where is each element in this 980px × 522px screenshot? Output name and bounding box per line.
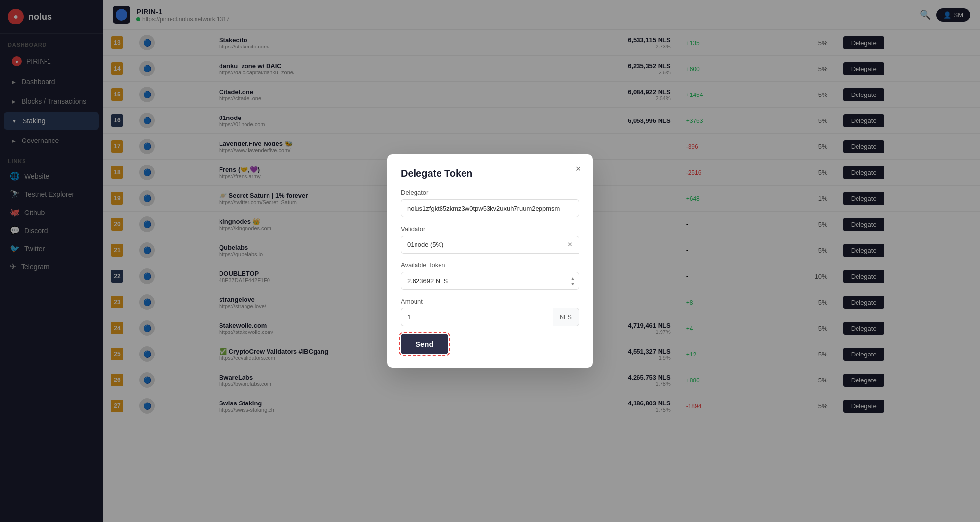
- modal-overlay[interactable]: Delegate Token × Delegator Validator ✕ A…: [0, 0, 980, 522]
- delegate-modal: Delegate Token × Delegator Validator ✕ A…: [387, 154, 593, 368]
- validator-group: Validator ✕: [401, 225, 579, 254]
- validator-field: ✕: [401, 236, 579, 254]
- send-button[interactable]: Send: [401, 334, 448, 354]
- amount-group: Amount NLS: [401, 298, 579, 326]
- validator-label: Validator: [401, 225, 579, 233]
- validator-clear-button[interactable]: ✕: [562, 236, 579, 254]
- amount-label: Amount: [401, 298, 579, 305]
- amount-input[interactable]: [401, 308, 553, 326]
- delegator-input[interactable]: [401, 199, 579, 217]
- delegator-group: Delegator: [401, 189, 579, 217]
- token-arrows[interactable]: ▲▼: [570, 276, 575, 286]
- modal-title: Delegate Token: [401, 168, 579, 179]
- amount-field: NLS: [401, 308, 579, 326]
- validator-input[interactable]: [401, 236, 562, 254]
- modal-close-button[interactable]: ×: [571, 162, 585, 176]
- available-token-group: Available Token ▲▼: [401, 261, 579, 290]
- delegator-label: Delegator: [401, 189, 579, 196]
- available-token-input[interactable]: [401, 272, 579, 290]
- token-field: ▲▼: [401, 272, 579, 290]
- available-token-label: Available Token: [401, 261, 579, 269]
- amount-suffix: NLS: [553, 308, 579, 326]
